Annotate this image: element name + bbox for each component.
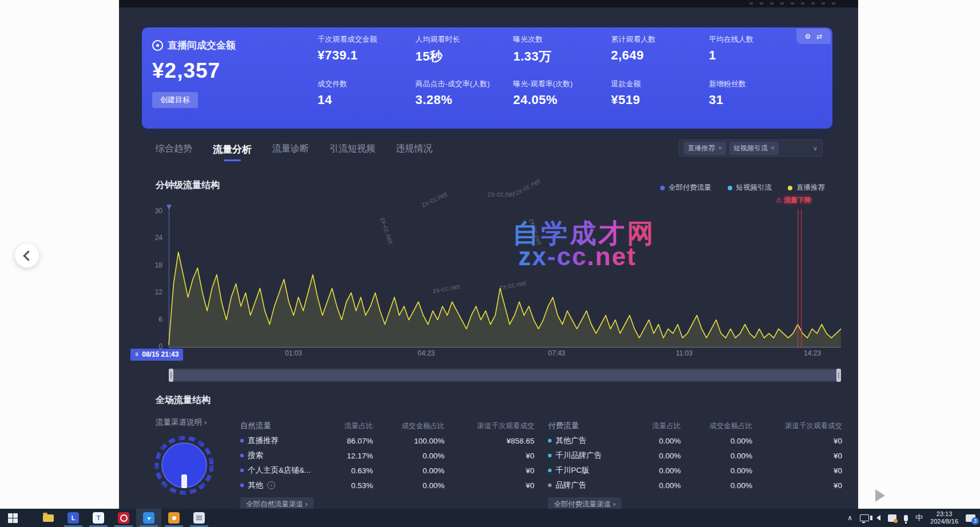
l-app-icon: L (68, 512, 79, 524)
live-stats-card: 直播间成交金额 ¥2,357 创建目标 千次观看成交金额¥739.1人均观看时长… (142, 27, 832, 129)
channel-dot (240, 484, 244, 487)
channel-explain-link[interactable]: 流量渠道说明 › (156, 417, 207, 428)
table-row: 搜索12.17%0.00%¥0 (240, 448, 534, 463)
table-row: 直播推荐86.07%100.00%¥858.65 (240, 433, 534, 448)
gear-icon[interactable]: ⚙ (805, 33, 811, 41)
taskbar-app-o[interactable] (111, 509, 136, 527)
traffic-donut-chart[interactable] (151, 432, 217, 498)
chevron-down-icon[interactable]: ∨ (813, 145, 818, 152)
tab-违规情况[interactable]: 违规情况 (396, 143, 433, 161)
filter-tag[interactable]: 直播推荐× (684, 142, 726, 155)
tray-chevron-icon[interactable]: ∧ (847, 514, 852, 522)
start-button[interactable] (0, 509, 25, 527)
metric-label: 退款金额 (611, 79, 709, 89)
cursor-artifact-icon (875, 489, 885, 502)
brush-handle-left[interactable] (169, 369, 173, 382)
table-row: 千川PC版0.00%0.00%¥0 (548, 463, 842, 478)
metric-cell: 商品点击-成交率(人数)3.28% (415, 79, 513, 123)
chart-legend: 全部付费流量短视频引流直播推荐 (660, 183, 826, 193)
brush-selected-range[interactable] (173, 370, 836, 381)
metric-label: 曝光-观看率(次数) (513, 79, 611, 89)
orange-app-icon (168, 512, 180, 524)
tray-clock[interactable]: 23:13 2024/8/16 (930, 510, 958, 525)
remove-tag-icon[interactable]: × (718, 144, 722, 152)
taskbar-app-browser[interactable]: ➤ (136, 509, 161, 527)
create-goal-button[interactable]: 创建目标 (152, 92, 198, 108)
t-app-icon: T (93, 512, 104, 524)
speaker-icon[interactable] (876, 515, 880, 521)
chart-range-brush[interactable] (169, 369, 841, 382)
metric-cell: 退款金额¥519 (611, 79, 709, 123)
legend-item[interactable]: 短视频引流 (728, 183, 772, 193)
metric-label: 新增粉丝数 (709, 79, 807, 89)
channel-dot (548, 484, 552, 487)
metric-value: 1 (709, 48, 807, 63)
tab-引流短视频[interactable]: 引流短视频 (330, 143, 375, 161)
legend-dot (660, 186, 665, 190)
folder-icon (43, 514, 54, 522)
analysis-tabs: 综合趋势流量分析流量诊断引流短视频违规情况 (156, 143, 433, 161)
metric-label: 曝光次数 (513, 34, 611, 45)
minute-traffic-title: 分钟级流量结构 (156, 179, 220, 191)
channel-dot (240, 469, 244, 472)
metric-value: 14 (318, 93, 415, 107)
metric-cell: 人均观看时长15秒 (415, 34, 513, 79)
table-row: 其他广告0.00%0.00%¥0 (548, 433, 842, 448)
brush-handle-right[interactable] (836, 369, 841, 382)
chart-x-axis: 01:0304:2307:4311:0314:23 (169, 349, 841, 361)
taskbar-app-t[interactable]: T (86, 509, 111, 527)
tab-综合趋势[interactable]: 综合趋势 (156, 143, 192, 161)
swap-icon[interactable]: ⇄ (816, 33, 822, 41)
taskbar-explorer[interactable] (35, 509, 61, 527)
metric-label: 人均观看时长 (415, 34, 513, 45)
x-tick: 01:03 (271, 349, 316, 357)
chevron-left-icon (23, 250, 33, 261)
card-title-label: 直播间成交金额 (168, 39, 236, 52)
taskbar-app-orange[interactable] (161, 509, 187, 527)
warning-icon: ⚠ (776, 196, 782, 204)
metric-cell: 成交件数14 (318, 79, 415, 123)
minute-traffic-chart[interactable] (169, 200, 841, 348)
info-icon[interactable]: ? (267, 481, 275, 489)
donut-label (181, 474, 187, 488)
filter-tag[interactable]: 短视频引流× (729, 142, 779, 155)
metric-cell: 平均在线人数1 (709, 34, 807, 79)
y-tick: 18 (155, 261, 162, 269)
metric-label: 千次观看成交金额 (318, 34, 415, 45)
legend-item[interactable]: 全部付费流量 (660, 183, 712, 193)
watermark-scatter: zx-cc.net (487, 190, 515, 198)
remove-tag-icon[interactable]: × (771, 144, 775, 152)
network-icon[interactable] (860, 514, 869, 521)
screen: 直播间成交金额 ¥2,357 创建目标 千次观看成交金额¥739.1人均观看时长… (0, 0, 980, 527)
table-header-row: 付费流量流量占比成交金额占比渠道千次观看成交 (548, 418, 842, 433)
metric-label: 平均在线人数 (709, 34, 807, 45)
taskbar-app-notepad[interactable] (187, 509, 212, 527)
back-button[interactable] (15, 243, 39, 268)
traffic-drop-alert[interactable]: ⚠ 流量下降 (776, 195, 811, 205)
legend-item[interactable]: 直播推荐 (788, 183, 825, 193)
metric-cell: 曝光-观看率(次数)24.05% (513, 79, 611, 123)
microphone-icon[interactable] (904, 515, 908, 521)
channel-filter-select[interactable]: 直播推荐×短视频引流× ∨ (679, 139, 823, 157)
session-traffic-title: 全场流量结构 (156, 394, 211, 406)
metric-cell: 新增粉丝数31 (709, 79, 807, 123)
titlebar-icons (749, 2, 835, 5)
tab-流量分析[interactable]: 流量分析 (213, 143, 252, 161)
x-tick: 07:43 (534, 349, 580, 357)
natural-traffic-table: 自然流量流量占比成交金额占比渠道千次观看成交直播推荐86.07%100.00%¥… (240, 418, 534, 512)
metric-value: 3.28% (415, 93, 513, 107)
watermark-scatter: zx-cc.net (514, 177, 542, 197)
tab-流量诊断[interactable]: 流量诊断 (272, 143, 309, 161)
card-corner-tools: ⚙ ⇄ (796, 29, 831, 44)
notification-icon[interactable]: 3 (966, 514, 975, 522)
table-header-row: 自然流量流量占比成交金额占比渠道千次观看成交 (240, 418, 534, 433)
ime-indicator[interactable]: 中 (915, 513, 923, 523)
x-tick: 14:23 (789, 349, 835, 357)
metric-cell: 曝光次数1.33万 (513, 34, 611, 79)
taskbar-app-l[interactable]: L (61, 509, 86, 527)
snip-tool-icon[interactable] (888, 514, 896, 522)
app-window: 直播间成交金额 ¥2,357 创建目标 千次观看成交金额¥739.1人均观看时长… (119, 0, 858, 509)
watermark-sub: zx-cc.net (518, 242, 636, 271)
table-row: 个人主页&店铺&...0.63%0.00%¥0 (240, 463, 534, 478)
metric-cell: 千次观看成交金额¥739.1 (318, 34, 415, 79)
